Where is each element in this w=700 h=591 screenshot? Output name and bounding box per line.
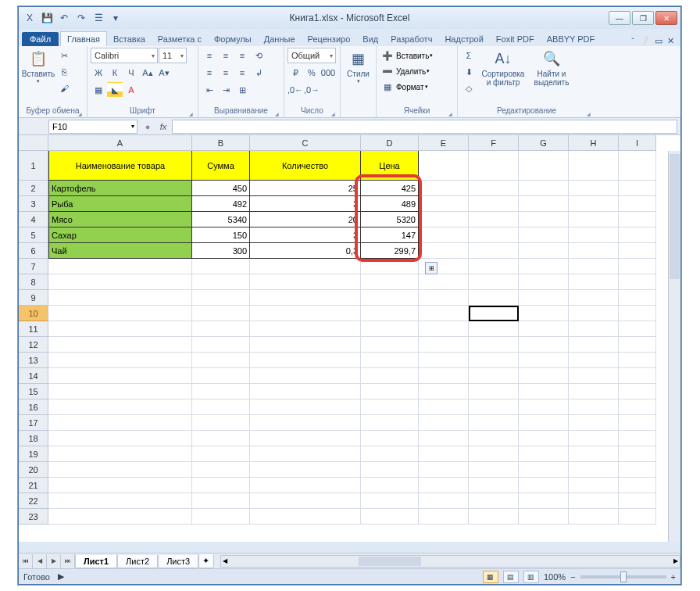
- row-header-22[interactable]: 22: [19, 493, 48, 509]
- minimize-button[interactable]: —: [609, 11, 630, 25]
- cell-B19[interactable]: [192, 446, 250, 462]
- formula-input[interactable]: [172, 120, 677, 134]
- cell-A16[interactable]: [48, 399, 192, 415]
- vertical-scrollbar[interactable]: [668, 151, 680, 542]
- cell-F8[interactable]: [469, 274, 519, 290]
- cell-A8[interactable]: [48, 274, 192, 290]
- row-header-2[interactable]: 2: [19, 181, 48, 196]
- styles-button[interactable]: ▦ Стили ▾: [344, 48, 373, 84]
- copy-button[interactable]: ⎘: [56, 64, 72, 80]
- currency-button[interactable]: ₽: [288, 65, 303, 81]
- cell-A9[interactable]: [48, 290, 192, 306]
- cell-E14[interactable]: [419, 368, 469, 384]
- cell-E1[interactable]: [419, 151, 469, 181]
- cell-I20[interactable]: [619, 462, 656, 478]
- cell-I21[interactable]: [619, 478, 656, 493]
- cell-F19[interactable]: [469, 446, 519, 462]
- cell-H22[interactable]: [569, 493, 619, 509]
- row-header-6[interactable]: 6: [19, 243, 48, 259]
- cell-A3[interactable]: Рыба: [48, 196, 192, 212]
- cell-H9[interactable]: [569, 290, 619, 306]
- cell-H4[interactable]: [569, 212, 619, 227]
- cell-B4[interactable]: 5340: [192, 212, 250, 227]
- cell-A1[interactable]: Наименование товара: [48, 151, 192, 181]
- cell-G4[interactable]: [519, 212, 569, 227]
- row-header-7[interactable]: 7: [19, 259, 48, 274]
- orientation-button[interactable]: ⟲: [251, 48, 266, 63]
- cell-E11[interactable]: [419, 321, 469, 337]
- tab-abbyy[interactable]: ABBYY PDF: [541, 32, 602, 46]
- cell-B15[interactable]: [192, 384, 250, 399]
- cell-B20[interactable]: [192, 462, 250, 478]
- cell-C13[interactable]: [250, 353, 361, 368]
- cell-F11[interactable]: [469, 321, 519, 337]
- cell-B2[interactable]: 450: [192, 181, 250, 196]
- cell-H20[interactable]: [569, 462, 619, 478]
- fx-button[interactable]: fx: [155, 122, 172, 131]
- cell-D19[interactable]: [361, 446, 419, 462]
- cell-G18[interactable]: [519, 431, 569, 446]
- row-header-10[interactable]: 10: [19, 306, 48, 321]
- cell-F20[interactable]: [469, 462, 519, 478]
- macro-record-icon[interactable]: ▶: [58, 571, 64, 582]
- cell-H15[interactable]: [569, 384, 619, 399]
- cell-B23[interactable]: [192, 509, 250, 525]
- cell-A19[interactable]: [48, 446, 192, 462]
- cell-A4[interactable]: Мясо: [48, 212, 192, 227]
- cell-I8[interactable]: [619, 274, 656, 290]
- autofill-options-icon[interactable]: ⊞: [425, 262, 438, 274]
- sheet-tab-3[interactable]: Лист3: [158, 555, 198, 568]
- cell-I14[interactable]: [619, 368, 656, 384]
- cell-G17[interactable]: [519, 415, 569, 431]
- cell-B3[interactable]: 492: [192, 196, 250, 212]
- col-header-G[interactable]: G: [519, 135, 569, 151]
- cell-I1[interactable]: [619, 151, 656, 181]
- cell-B11[interactable]: [192, 321, 250, 337]
- cut-button[interactable]: ✂: [56, 48, 72, 63]
- cell-F5[interactable]: [469, 227, 519, 243]
- align-right-button[interactable]: ≡: [234, 65, 250, 81]
- bold-button[interactable]: Ж: [91, 65, 106, 81]
- cell-G19[interactable]: [519, 446, 569, 462]
- cell-D8[interactable]: [361, 274, 419, 290]
- decrease-decimal-button[interactable]: ,0→: [304, 82, 320, 98]
- zoom-out-button[interactable]: −: [570, 572, 575, 582]
- cell-C23[interactable]: [250, 509, 361, 525]
- cell-F23[interactable]: [469, 509, 519, 525]
- col-header-H[interactable]: H: [569, 135, 619, 151]
- cell-E12[interactable]: [419, 337, 469, 353]
- cell-B21[interactable]: [192, 478, 250, 493]
- border-button[interactable]: ▦: [91, 82, 106, 98]
- row-header-19[interactable]: 19: [19, 446, 48, 462]
- sheet-nav-first[interactable]: ⏮: [19, 554, 33, 568]
- redo-button[interactable]: ↷: [73, 10, 89, 26]
- cell-C21[interactable]: [250, 478, 361, 493]
- cell-A15[interactable]: [48, 384, 192, 399]
- cell-G16[interactable]: [519, 399, 569, 415]
- workbook-close-icon[interactable]: ✕: [667, 36, 674, 46]
- cell-G9[interactable]: [519, 290, 569, 306]
- row-header-11[interactable]: 11: [19, 321, 48, 337]
- cell-F7[interactable]: [469, 259, 519, 274]
- cell-D2[interactable]: 425: [361, 181, 419, 196]
- cell-F14[interactable]: [469, 368, 519, 384]
- cell-C2[interactable]: 25: [250, 181, 361, 196]
- font-shrink-button[interactable]: A▾: [156, 65, 172, 81]
- cell-B5[interactable]: 150: [192, 227, 250, 243]
- align-left-button[interactable]: ≡: [202, 65, 217, 81]
- cell-F13[interactable]: [469, 353, 519, 368]
- cell-I4[interactable]: [619, 212, 656, 227]
- cell-D6[interactable]: 299,7: [361, 243, 419, 259]
- cell-A11[interactable]: [48, 321, 192, 337]
- align-center-button[interactable]: ≡: [218, 65, 234, 81]
- cell-E18[interactable]: [419, 431, 469, 446]
- cell-B6[interactable]: 300: [192, 243, 250, 259]
- number-format-combo[interactable]: Общий: [288, 48, 336, 63]
- cell-H10[interactable]: [569, 306, 619, 321]
- cell-I10[interactable]: [619, 306, 656, 321]
- cell-E10[interactable]: [419, 306, 469, 321]
- comma-button[interactable]: 000: [320, 65, 336, 81]
- cell-D12[interactable]: [361, 337, 419, 353]
- tab-formulas[interactable]: Формулы: [208, 32, 258, 46]
- cell-H14[interactable]: [569, 368, 619, 384]
